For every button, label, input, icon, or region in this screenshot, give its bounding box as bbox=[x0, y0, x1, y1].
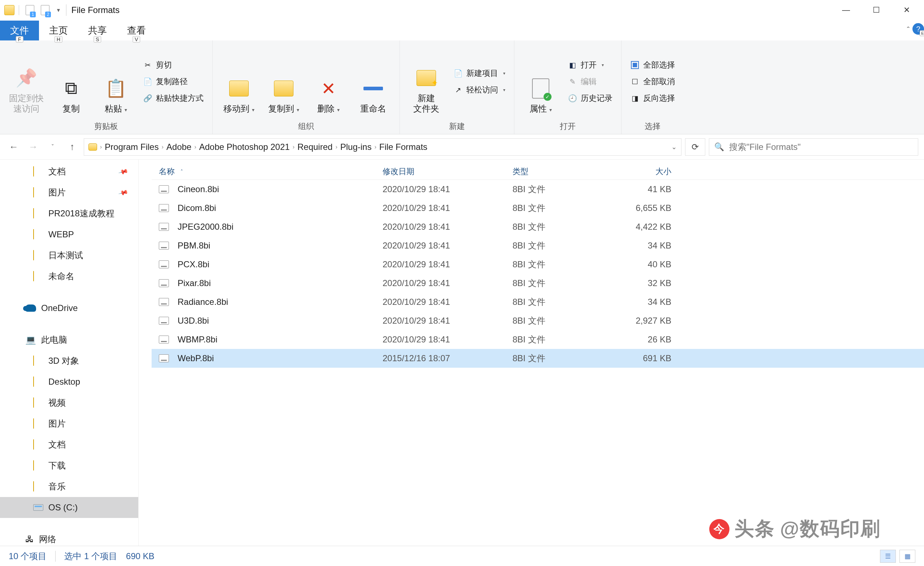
navigation-pane[interactable]: 文档📌图片📌PR2018速成教程WEBP日本测试未命名 OneDrive 💻此电… bbox=[0, 160, 139, 546]
thumbnails-view-button[interactable]: ▦ bbox=[900, 550, 915, 563]
chevron-right-icon[interactable]: › bbox=[162, 144, 164, 150]
file-icon bbox=[159, 242, 169, 250]
open-button[interactable]: ◧打开▾ bbox=[566, 58, 615, 72]
sidebar-pc-item[interactable]: 下载 bbox=[0, 455, 138, 476]
pin-to-quick-access-button[interactable]: 📌 固定到快 速访问 bbox=[6, 49, 46, 114]
details-view-button[interactable]: ☰ bbox=[880, 550, 896, 563]
edit-button[interactable]: ✎编辑 bbox=[566, 75, 615, 89]
sidebar-onedrive[interactable]: OneDrive bbox=[0, 298, 138, 319]
invert-selection-button[interactable]: ◨反向选择 bbox=[628, 91, 677, 105]
sidebar-pc-item[interactable]: Desktop bbox=[0, 371, 138, 392]
file-row[interactable]: Radiance.8bi2020/10/29 18:418BI 文件34 KB bbox=[152, 293, 924, 312]
sidebar-drive-c[interactable]: OS (C:) bbox=[0, 497, 138, 518]
chevron-right-icon[interactable]: › bbox=[100, 144, 102, 150]
search-input[interactable] bbox=[729, 142, 913, 152]
sidebar-pc-item[interactable]: 3D 对象 bbox=[0, 350, 138, 371]
network-icon: 🖧 bbox=[25, 534, 34, 544]
delete-button[interactable]: ✕ 删除 ▾ bbox=[309, 49, 348, 114]
history-icon: 🕘 bbox=[568, 93, 577, 103]
help-button[interactable]: ?E bbox=[912, 23, 924, 35]
sidebar-pc-item[interactable]: 文档 bbox=[0, 434, 138, 455]
qat-dropdown-icon[interactable]: ▼ bbox=[56, 7, 61, 13]
breadcrumb-item[interactable]: File Formats bbox=[380, 142, 428, 152]
tab-view[interactable]: 查看V bbox=[117, 21, 156, 41]
file-row[interactable]: Pixar.8bi2020/10/29 18:418BI 文件32 KB bbox=[152, 274, 924, 293]
sidebar-quick-item[interactable]: 日本测试 bbox=[0, 245, 138, 266]
sidebar-network[interactable]: 🖧网络 bbox=[0, 529, 138, 546]
pin-icon: 📌 bbox=[118, 166, 129, 177]
tab-home[interactable]: 主页H bbox=[39, 21, 78, 41]
file-row[interactable]: U3D.8bi2020/10/29 18:418BI 文件2,927 KB bbox=[152, 312, 924, 330]
file-row[interactable]: Cineon.8bi2020/10/29 18:418BI 文件41 KB bbox=[152, 180, 924, 199]
collapse-ribbon-icon[interactable]: ˆ bbox=[907, 25, 910, 35]
rename-button[interactable]: 重命名 bbox=[353, 49, 393, 114]
sidebar-quick-item[interactable]: PR2018速成教程 bbox=[0, 203, 138, 224]
easy-access-button[interactable]: ↗轻松访问▾ bbox=[451, 83, 507, 97]
breadcrumb-item[interactable]: Adobe Photoshop 2021 bbox=[199, 142, 290, 152]
sidebar-this-pc[interactable]: 💻此电脑 bbox=[0, 330, 138, 350]
chevron-right-icon[interactable]: › bbox=[293, 144, 294, 150]
new-folder-button[interactable]: ✦ 新建 文件夹 bbox=[406, 49, 446, 114]
minimize-button[interactable]: — bbox=[831, 0, 861, 20]
file-name: Radiance.8bi bbox=[178, 297, 228, 307]
file-type: 8BI 文件 bbox=[513, 240, 621, 251]
file-row[interactable]: PCX.8bi2020/10/29 18:418BI 文件40 KB bbox=[152, 255, 924, 274]
properties-button[interactable]: ✓ 属性 ▾ bbox=[521, 49, 561, 114]
file-date: 2020/10/29 18:41 bbox=[382, 184, 513, 194]
paste-button[interactable]: 📋 粘贴 ▾ bbox=[96, 49, 136, 114]
breadcrumb-item[interactable]: Adobe bbox=[166, 142, 191, 152]
copy-path-button[interactable]: 📄复制路径 bbox=[141, 75, 206, 89]
column-date[interactable]: 修改日期 bbox=[382, 166, 513, 177]
sidebar-pc-item[interactable]: 音乐 bbox=[0, 476, 138, 497]
edit-icon: ✎ bbox=[568, 77, 577, 86]
refresh-button[interactable]: ⟳ bbox=[685, 138, 705, 156]
sidebar-quick-item[interactable]: WEBP bbox=[0, 224, 138, 245]
column-type[interactable]: 类型 bbox=[513, 166, 621, 177]
close-button[interactable]: ✕ bbox=[891, 0, 922, 20]
tab-file[interactable]: 文件F bbox=[0, 21, 39, 41]
breadcrumb-item[interactable]: Required bbox=[297, 142, 332, 152]
file-row[interactable]: Dicom.8bi2020/10/29 18:418BI 文件6,655 KB bbox=[152, 199, 924, 217]
history-button[interactable]: 🕘历史记录 bbox=[566, 91, 615, 105]
forward-button[interactable]: → bbox=[25, 139, 41, 155]
qat-button-1[interactable]: 1 bbox=[24, 4, 36, 17]
breadcrumb[interactable]: › Program Files› Adobe› Adobe Photoshop … bbox=[84, 138, 681, 156]
chevron-right-icon[interactable]: › bbox=[194, 144, 196, 150]
sidebar-quick-item[interactable]: 图片📌 bbox=[0, 182, 138, 203]
address-dropdown-icon[interactable]: ⌄ bbox=[671, 143, 677, 151]
select-all-button[interactable]: 全部选择 bbox=[628, 58, 677, 72]
search-box[interactable]: 🔍 bbox=[709, 138, 918, 156]
sidebar-quick-item[interactable]: 文档📌 bbox=[0, 161, 138, 182]
maximize-button[interactable]: ☐ bbox=[861, 0, 891, 20]
file-icon bbox=[159, 204, 169, 212]
file-type: 8BI 文件 bbox=[513, 296, 621, 308]
back-button[interactable]: ← bbox=[6, 139, 22, 155]
file-row[interactable]: PBM.8bi2020/10/29 18:418BI 文件34 KB bbox=[152, 236, 924, 255]
breadcrumb-item[interactable]: Plug-ins bbox=[340, 142, 372, 152]
recent-locations-button[interactable]: ˇ bbox=[45, 139, 61, 155]
sidebar-pc-item[interactable]: 视频 bbox=[0, 392, 138, 413]
qat-button-2[interactable]: 2 bbox=[39, 4, 52, 17]
column-size[interactable]: 大小 bbox=[621, 166, 679, 177]
chevron-right-icon[interactable]: › bbox=[335, 144, 337, 150]
selection-count: 选中 1 个项目 bbox=[64, 551, 117, 562]
up-button[interactable]: ↑ bbox=[64, 139, 80, 155]
paste-shortcut-button[interactable]: 🔗粘贴快捷方式 bbox=[141, 91, 206, 105]
tab-share[interactable]: 共享S bbox=[78, 21, 117, 41]
sidebar-pc-item[interactable]: 图片 bbox=[0, 413, 138, 434]
file-list[interactable]: 名称˄ 修改日期 类型 大小 Cineon.8bi2020/10/29 18:4… bbox=[139, 160, 924, 546]
chevron-right-icon[interactable]: › bbox=[374, 144, 376, 150]
move-to-button[interactable]: 移动到 ▾ bbox=[219, 49, 259, 114]
copy-to-button[interactable]: 复制到 ▾ bbox=[264, 49, 303, 114]
file-row[interactable]: JPEG2000.8bi2020/10/29 18:418BI 文件4,422 … bbox=[152, 217, 924, 236]
file-row[interactable]: WBMP.8bi2020/10/29 18:418BI 文件26 KB bbox=[152, 330, 924, 349]
sidebar-quick-item[interactable]: 未命名 bbox=[0, 266, 138, 287]
breadcrumb-item[interactable]: Program Files bbox=[105, 142, 159, 152]
folder-icon bbox=[33, 461, 44, 471]
select-none-button[interactable]: ☐全部取消 bbox=[628, 75, 677, 89]
new-item-button[interactable]: 📄新建项目▾ bbox=[451, 66, 507, 80]
cut-button[interactable]: ✂剪切 bbox=[141, 58, 206, 72]
file-row[interactable]: WebP.8bi2015/12/16 18:078BI 文件691 KB bbox=[152, 349, 924, 368]
copy-button[interactable]: ⧉ 复制 bbox=[51, 49, 91, 114]
column-name[interactable]: 名称˄ bbox=[152, 166, 382, 177]
